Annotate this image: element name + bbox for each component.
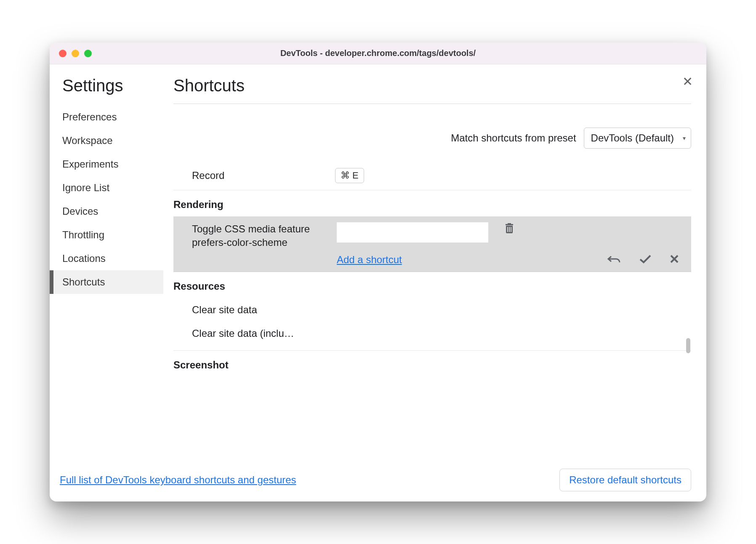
shortcut-key-record: ⌘ E <box>335 168 364 183</box>
shortcut-row-record: Record ⌘ E <box>173 161 691 190</box>
restore-defaults-button[interactable]: Restore default shortcuts <box>559 469 691 491</box>
shortcut-edit-top: Toggle CSS media feature prefers-color-s… <box>192 222 681 250</box>
devtools-settings-window: DevTools - developer.chrome.com/tags/dev… <box>50 43 706 501</box>
sidebar-item-workspace[interactable]: Workspace <box>50 129 163 152</box>
shortcut-edit-block: Toggle CSS media feature prefers-color-s… <box>173 216 691 272</box>
sidebar-item-preferences[interactable]: Preferences <box>50 105 163 129</box>
preset-label: Match shortcuts from preset <box>451 132 576 144</box>
sidebar-item-devices[interactable]: Devices <box>50 200 163 223</box>
add-shortcut-link[interactable]: Add a shortcut <box>337 254 402 266</box>
sidebar-title: Settings <box>50 76 163 95</box>
trash-icon[interactable] <box>504 222 514 234</box>
main-panel: Shortcuts Match shortcuts from preset De… <box>163 64 706 463</box>
shortcut-input[interactable] <box>337 222 488 243</box>
scrollbar-thumb[interactable] <box>686 338 690 353</box>
close-window-button[interactable] <box>59 50 67 57</box>
undo-icon[interactable] <box>607 254 621 264</box>
section-header-screenshot: Screenshot <box>173 351 691 377</box>
footer: Full list of DevTools keyboard shortcuts… <box>50 463 706 501</box>
sidebar-item-shortcuts[interactable]: Shortcuts <box>50 270 163 294</box>
body-row: Settings Preferences Workspace Experimen… <box>50 64 706 463</box>
content-area: ✕ Settings Preferences Workspace Experim… <box>50 64 706 501</box>
cancel-icon[interactable] <box>669 254 679 264</box>
resources-item-clear-site-data-including: Clear site data (inclu… <box>173 322 691 345</box>
shortcut-edit-actions <box>607 254 679 264</box>
zoom-window-button[interactable] <box>84 50 92 57</box>
resources-item-clear-site-data: Clear site data <box>173 298 691 322</box>
sidebar-item-ignore-list[interactable]: Ignore List <box>50 176 163 200</box>
shortcuts-scroll-area: Record ⌘ E Rendering Toggle CSS media fe… <box>173 161 691 463</box>
shortcut-label-record: Record <box>192 170 335 181</box>
preset-row: Match shortcuts from preset DevTools (De… <box>173 128 691 149</box>
sidebar-item-experiments[interactable]: Experiments <box>50 152 163 176</box>
sidebar-item-throttling[interactable]: Throttling <box>50 223 163 247</box>
section-header-resources: Resources <box>173 272 691 298</box>
section-header-rendering: Rendering <box>173 190 691 216</box>
settings-sidebar: Settings Preferences Workspace Experimen… <box>50 64 163 463</box>
minimize-window-button[interactable] <box>72 50 79 57</box>
window-title: DevTools - developer.chrome.com/tags/dev… <box>50 48 706 58</box>
title-divider <box>173 104 691 104</box>
preset-select-value: DevTools (Default) <box>591 132 674 144</box>
traffic-lights <box>59 50 92 57</box>
shortcut-edit-label: Toggle CSS media feature prefers-color-s… <box>192 222 329 250</box>
confirm-icon[interactable] <box>639 254 652 264</box>
window-titlebar: DevTools - developer.chrome.com/tags/dev… <box>50 43 706 64</box>
page-title: Shortcuts <box>173 76 691 95</box>
full-shortcuts-link[interactable]: Full list of DevTools keyboard shortcuts… <box>60 474 296 486</box>
sidebar-item-locations[interactable]: Locations <box>50 247 163 270</box>
preset-select[interactable]: DevTools (Default) <box>584 128 691 149</box>
